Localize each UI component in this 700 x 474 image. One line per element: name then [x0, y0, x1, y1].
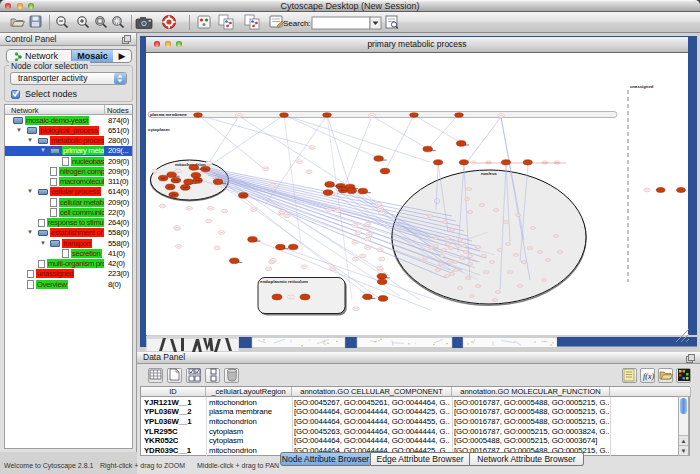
svg-text:unassigned: unassigned [630, 84, 654, 89]
svg-text:f(x): f(x) [643, 372, 654, 381]
svg-text:endoplasmic reticulum: endoplasmic reticulum [260, 279, 308, 284]
svg-text:nucleus: nucleus [481, 171, 497, 176]
svg-text:plasma membrane: plasma membrane [150, 112, 187, 117]
svg-text:cytoplasm: cytoplasm [148, 127, 170, 132]
svg-text:Search:: Search: [283, 19, 311, 28]
